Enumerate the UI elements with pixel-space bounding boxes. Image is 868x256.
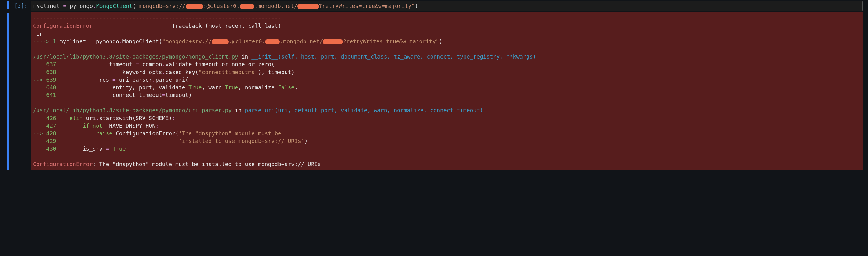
frame-signature: (uri, default_port, validate, warn, norm… — [275, 107, 483, 113]
redacted-icon — [212, 39, 229, 44]
line-number: 640 — [46, 84, 56, 90]
output-prompt — [0, 12, 31, 170]
input-prompt: [3]: — [0, 0, 31, 9]
execution-indicator-icon — [7, 13, 9, 170]
traceback-output[interactable]: ----------------------------------------… — [31, 12, 863, 170]
redacted-icon — [265, 39, 280, 44]
final-error-name: ConfigurationError — [33, 161, 93, 167]
line-number: 427 — [46, 122, 56, 129]
final-error-message: : The "dnspython" module must be install… — [93, 161, 321, 167]
line-number: 428 — [46, 130, 56, 137]
redacted-icon — [298, 4, 319, 9]
output-cell-row: ----------------------------------------… — [0, 12, 868, 170]
line-number: 430 — [46, 145, 56, 152]
line-number: 641 — [46, 92, 56, 98]
redacted-icon — [323, 39, 343, 44]
traceback-header: Traceback (most recent call last) — [172, 23, 281, 29]
code-input[interactable]: myclinet = pymongo.MongoClient("mongodb+… — [31, 1, 863, 11]
frame-signature: (self, host, port, document_class, tz_aw… — [278, 53, 536, 60]
frame-path: /usr/local/lib/python3.8/site-packages/p… — [33, 53, 238, 60]
frame-func: parse_uri — [245, 107, 275, 113]
line-number: 429 — [46, 138, 56, 144]
traceback-divider: ----------------------------------------… — [33, 15, 281, 21]
line-number: 638 — [46, 69, 56, 75]
redacted-icon — [186, 4, 204, 9]
frame-path: /usr/local/lib/python3.8/site-packages/p… — [33, 107, 231, 113]
line-number: 426 — [46, 115, 56, 121]
prompt-label: [3]: — [14, 2, 28, 9]
line-number: 637 — [46, 61, 56, 67]
frame-arrow: ----> 1 — [33, 38, 60, 44]
redacted-icon — [240, 4, 254, 9]
input-cell-row: [3]: myclinet = pymongo.MongoClient("mon… — [0, 0, 868, 12]
line-number: 639 — [46, 76, 56, 83]
frame-func: __init__ — [251, 53, 278, 60]
error-name: ConfigurationError — [33, 23, 93, 29]
execution-indicator-icon — [7, 1, 9, 9]
